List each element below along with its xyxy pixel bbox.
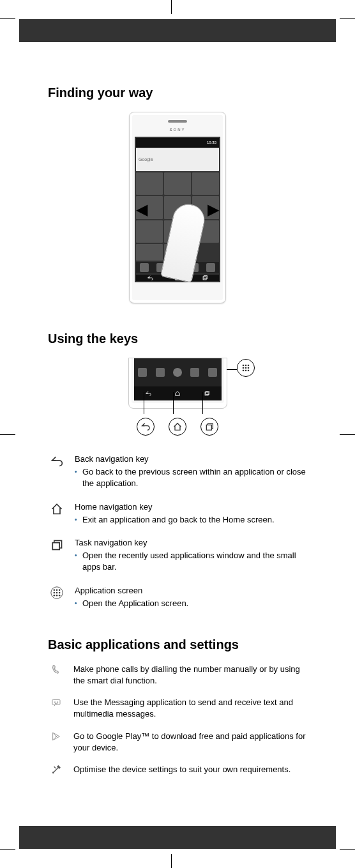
back-icon — [50, 455, 63, 468]
apps-list: Make phone calls by dialling the number … — [48, 664, 307, 775]
play-store-icon — [51, 731, 61, 742]
svg-point-20 — [56, 591, 58, 593]
phone-illustration: SONY 10:35 Google ◀▶ — [129, 112, 226, 303]
app-text: Use the Messaging application to send an… — [73, 697, 307, 720]
svg-point-19 — [54, 591, 56, 593]
callout-tasks-icon — [200, 418, 218, 436]
heading-basic-apps: Basic applications and settings — [48, 637, 307, 652]
keys-illustration — [104, 358, 251, 436]
messaging-icon — [51, 697, 61, 708]
key-title: Application screen — [75, 585, 307, 597]
heading-finding-your-way: Finding your way — [48, 86, 307, 100]
app-item-phone: Make phone calls by dialling the number … — [48, 664, 307, 687]
callout-apps-icon — [237, 359, 255, 377]
app-text: Make phone calls by dialling the number … — [73, 664, 307, 687]
home-icon — [50, 503, 63, 515]
svg-rect-13 — [206, 425, 211, 430]
svg-rect-14 — [52, 543, 59, 550]
svg-point-28 — [53, 772, 54, 773]
apps-grid-icon — [50, 586, 63, 599]
svg-point-16 — [54, 589, 56, 591]
svg-point-18 — [59, 589, 61, 591]
svg-point-6 — [248, 365, 250, 367]
tasks-icon — [50, 538, 63, 551]
svg-point-22 — [54, 594, 56, 596]
svg-point-17 — [56, 589, 58, 591]
key-title: Home navigation key — [75, 501, 307, 513]
callout-back-icon — [137, 418, 155, 436]
svg-rect-0 — [203, 277, 206, 280]
app-item-messaging: Use the Messaging application to send an… — [48, 697, 307, 720]
page-footer-bar — [19, 826, 336, 849]
svg-point-12 — [248, 370, 250, 372]
svg-point-8 — [245, 367, 247, 369]
search-label: Google — [139, 157, 153, 162]
phone-brand: SONY — [169, 128, 185, 132]
svg-point-27 — [57, 702, 57, 703]
svg-point-4 — [243, 365, 245, 367]
settings-icon — [51, 765, 61, 775]
svg-point-24 — [59, 594, 61, 596]
key-title: Task navigation key — [75, 537, 307, 549]
keys-list: Back navigation key Go back to the previ… — [48, 453, 307, 609]
app-text: Optimise the device settings to suit you… — [73, 764, 307, 775]
svg-rect-1 — [204, 276, 208, 279]
key-item-task: Task navigation key Open the recently us… — [48, 537, 307, 574]
key-bullet: Exit an application and go back to the H… — [82, 514, 307, 526]
page-header-bar — [19, 19, 336, 42]
key-bullet: Open the Application screen. — [82, 598, 307, 609]
svg-point-5 — [245, 365, 247, 367]
svg-rect-3 — [206, 392, 209, 395]
svg-point-23 — [56, 594, 58, 596]
svg-point-11 — [245, 370, 247, 372]
key-bullet: Go back to the previous screen within an… — [82, 466, 307, 489]
status-clock: 10:35 — [207, 141, 216, 144]
svg-point-10 — [243, 370, 245, 372]
app-item-play: Go to Google Play™ to download free and … — [48, 731, 307, 754]
key-item-apps: Application screen Open the Application … — [48, 585, 307, 609]
page-content: Finding your way SONY 10:35 Google — [48, 57, 307, 811]
heading-using-keys: Using the keys — [48, 331, 307, 346]
app-item-settings: Optimise the device settings to suit you… — [48, 764, 307, 775]
callout-home-icon — [169, 418, 186, 436]
phone-icon — [51, 664, 61, 674]
svg-point-26 — [54, 702, 55, 703]
svg-point-9 — [248, 367, 250, 369]
app-text: Go to Google Play™ to download free and … — [73, 731, 307, 754]
key-title: Back navigation key — [75, 453, 307, 465]
svg-point-7 — [243, 367, 245, 369]
key-item-home: Home navigation key Exit an application … — [48, 501, 307, 526]
key-item-back: Back navigation key Go back to the previ… — [48, 453, 307, 490]
key-bullet: Open the recently used applications wind… — [82, 550, 307, 573]
svg-point-21 — [59, 591, 61, 593]
svg-rect-2 — [205, 392, 208, 395]
